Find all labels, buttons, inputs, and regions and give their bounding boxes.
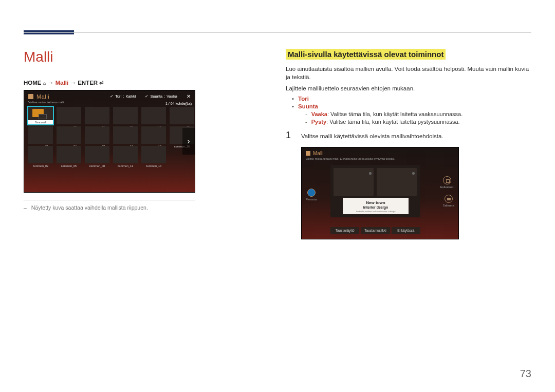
cancel-button[interactable]: Peruuta [306, 189, 317, 201]
term-pysty: Pysty [311, 119, 326, 125]
malli-icon [28, 94, 33, 99]
filter-tori-label: Tori [115, 94, 121, 99]
ss1-title: Malli [36, 94, 49, 100]
breadcrumb: HOME ⌂ → Malli → ENTER ⏎ [24, 80, 265, 86]
ss1-controls: ✓ Tori : Kaikki ✓ Suunta : Vaaka ✕ [110, 94, 191, 99]
template-cell[interactable]: common_07 [85, 126, 109, 144]
close-icon[interactable]: ✕ [187, 94, 191, 99]
text-line-3: luodakille evoktaa solkrish luomon s des… [343, 211, 409, 213]
template-cell[interactable]: common_01 [28, 126, 53, 144]
filter-tori[interactable]: ✓ Tori : Kaikki [110, 94, 136, 99]
right-column: Malli-sivulla käytettävissä olevat toimi… [286, 49, 531, 239]
disabled-button[interactable]: Ei käytössä [392, 227, 420, 234]
template-cell[interactable]: common_14 [141, 146, 166, 163]
back-icon [307, 189, 316, 197]
template-cell[interactable]: common_11 [113, 146, 138, 163]
text-slot[interactable]: New town interior design luodakille evok… [343, 198, 409, 214]
bullet-list: Tori Suunta Vaaka: Valitse tämä tila, ku… [286, 96, 531, 125]
left-column: Malli HOME ⌂ → Malli → ENTER ⏎ Malli Val… [24, 49, 265, 239]
step-text: Valitse malli käytettävissä olevista mal… [301, 130, 531, 140]
bullet-tori: Tori [292, 96, 531, 102]
image-slot-right[interactable] [377, 168, 417, 196]
preview-button[interactable]: Esikatselu [440, 176, 454, 189]
cell-label: Oma malli [28, 120, 53, 124]
page-container: Malli HOME ⌂ → Malli → ENTER ⏎ Malli Val… [0, 0, 555, 239]
screenshot-grid: Malli Valitse mukautettava malli. ✓ Tori… [24, 90, 195, 193]
breadcrumb-enter: ENTER [78, 80, 98, 86]
bg-music-button[interactable]: Taustamusiikki [361, 227, 390, 234]
bg-display-button[interactable]: Taustanäyttö [330, 227, 359, 234]
overlay-icon [39, 114, 47, 119]
ss2-subtitle: Valitse mukautettava malli. Ei ihastunei… [302, 157, 458, 162]
template-cell[interactable]: common_05 [57, 146, 81, 163]
cancel-label: Peruuta [306, 198, 317, 201]
image-slot-left[interactable] [334, 168, 374, 196]
edit-icon [369, 172, 372, 175]
save-icon [445, 195, 453, 203]
ss2-title: Malli [313, 151, 324, 156]
template-cell[interactable]: common_04 [57, 126, 81, 144]
cell-label: common_08 [85, 164, 109, 167]
text-vaaka: : Valitse tämä tila, kun käytät laitetta… [327, 111, 462, 117]
term-tori: Tori [298, 96, 309, 102]
save-label: Tallenna [443, 204, 454, 207]
bottom-bar: Taustanäyttö Taustamusiikki Ei käytössä [330, 227, 420, 234]
filter-suunta[interactable]: ✓ Suunta : Vaaka [145, 94, 177, 99]
text-line-2: interior design [343, 206, 409, 210]
page-title: Malli [24, 49, 265, 65]
body-paragraph-1: Luo ainutlaatuista sisältöä mallien avul… [286, 65, 531, 81]
cell-label: common_05 [57, 164, 81, 167]
text-line-1: New town [343, 200, 409, 206]
cell-label: common_11 [113, 164, 138, 167]
note-text: – Näytetty kuva saattaa vaihdella mallis… [24, 204, 265, 211]
preview-icon [443, 176, 451, 184]
cell-label: common_14 [141, 164, 166, 167]
cell-label: common_02 [28, 164, 53, 167]
filter-suunta-label: Suunta [150, 94, 162, 99]
sub-vaaka: Vaaka: Valitse tämä tila, kun käytät lai… [305, 111, 531, 117]
step-1: 1 Valitse malli käytettävissä olevista m… [286, 130, 531, 141]
preview-label: Esikatselu [440, 185, 454, 189]
edit-icon [412, 172, 415, 175]
item-count: 1 / 64 kohde(tta) [165, 102, 192, 105]
home-icon: ⌂ [43, 80, 46, 86]
template-grid: Oma malli common_03 common_06 common_09 … [24, 105, 195, 165]
preview-area: New town interior design luodakille evok… [330, 165, 420, 217]
term-suunta: Suunta [298, 103, 318, 109]
body-paragraph-2: Lajittele malliluettelo seuraavien ehtoj… [286, 84, 531, 92]
template-cell[interactable]: common_06 [85, 107, 109, 124]
save-button[interactable]: Tallenna [443, 195, 454, 207]
sub-list: Vaaka: Valitse tämä tila, kun käytät lai… [292, 111, 531, 125]
enter-icon: ⏎ [99, 80, 103, 86]
template-cell[interactable]: common_03 [57, 107, 81, 124]
header-rule [24, 32, 531, 33]
text-pysty: : Valitse tämä tila, kun käytät laitetta… [326, 119, 460, 125]
section-heading: Malli-sivulla käytettävissä olevat toimi… [286, 49, 446, 60]
filter-tori-value: Kaikki [125, 94, 136, 99]
template-cell[interactable]: common_15 [170, 107, 194, 124]
checkmark-icon: ✓ [110, 94, 114, 99]
breadcrumb-arrow-2: → [70, 80, 76, 86]
divider [24, 200, 195, 200]
screenshot-editor: Malli Valitse mukautettava malli. Ei iha… [301, 147, 459, 239]
template-cell-selected[interactable]: Oma malli [28, 107, 53, 124]
next-page-icon[interactable]: › [182, 128, 195, 155]
breadcrumb-mid: Malli [55, 80, 69, 86]
malli-icon [306, 151, 310, 156]
dash-icon: – [24, 204, 27, 211]
template-cell[interactable]: common_13 [141, 126, 166, 144]
template-cell[interactable]: common_08 [85, 146, 109, 163]
breadcrumb-arrow-1: → [48, 80, 54, 86]
bullet-suunta: Suunta Vaaka: Valitse tämä tila, kun käy… [292, 103, 531, 125]
term-vaaka: Vaaka [311, 111, 327, 117]
template-cell[interactable]: common_09 [113, 107, 138, 124]
checkmark-icon: ✓ [145, 94, 149, 99]
template-cell[interactable]: common_12 [141, 107, 166, 124]
filter-suunta-value: Vaaka [166, 94, 177, 99]
sub-pysty: Pysty: Valitse tämä tila, kun käytät lai… [305, 119, 531, 125]
ss2-header: Malli [302, 147, 458, 157]
template-cell[interactable]: common_02 [28, 146, 53, 163]
breadcrumb-home: HOME [24, 80, 42, 86]
note-text-value: Näytetty kuva saattaa vaihdella mallista… [31, 204, 148, 211]
template-cell[interactable]: common_10 [113, 126, 138, 144]
